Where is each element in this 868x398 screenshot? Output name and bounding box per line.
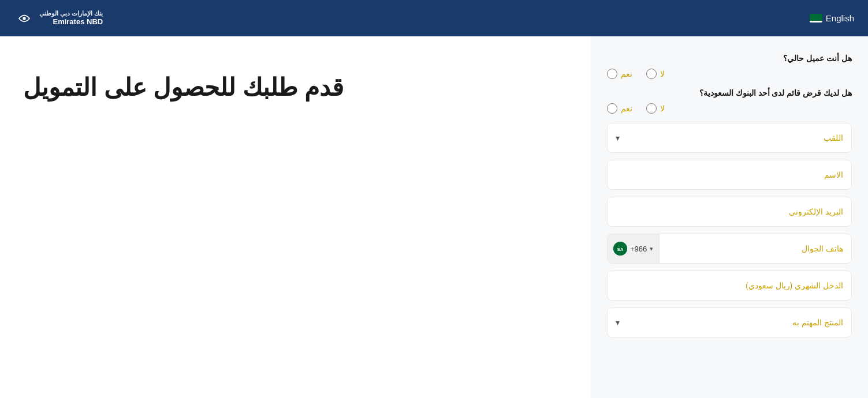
product-dropdown[interactable]: المنتج المهتم به ▾ (607, 307, 852, 337)
product-chevron-icon: ▾ (616, 318, 620, 327)
question2-yes-option[interactable]: نعم (607, 103, 632, 114)
question2-yes-radio[interactable] (607, 103, 617, 114)
question2-no-label: لا (660, 104, 665, 113)
saudi-flag-icon (810, 14, 822, 22)
phone-code-text: +966 (630, 245, 647, 253)
svg-text:SA: SA (617, 247, 623, 252)
title-chevron-icon: ▾ (616, 133, 620, 142)
phone-input-area (660, 244, 851, 253)
svg-point-1 (23, 17, 25, 20)
email-input[interactable] (616, 207, 843, 216)
logo-arabic-name: بنك الإمارات دبي الوطني (39, 9, 103, 17)
question2-no-radio[interactable] (646, 103, 657, 114)
phone-field: SA +966 ▾ (607, 234, 852, 264)
language-label: English (826, 13, 854, 23)
logo-english-name: Emirates NBD (39, 17, 103, 27)
page-title: قدم طلبك للحصول على التمويل (23, 71, 344, 105)
question2-block: هل لديك قرض قائم لدى أحد البنوك السعودية… (607, 88, 852, 114)
product-placeholder: المنتج المهتم به (620, 318, 843, 327)
navbar: English بنك الإمارات دبي الوطني Emirates… (0, 0, 868, 36)
question2-yes-label: نعم (621, 104, 632, 113)
question1-yes-radio[interactable] (607, 69, 617, 79)
question1-no-radio[interactable] (646, 69, 657, 79)
logo-area: بنك الإمارات دبي الوطني Emirates NBD (14, 8, 103, 29)
phone-code-selector[interactable]: SA +966 ▾ (608, 234, 660, 263)
question2-label: هل لديك قرض قائم لدى أحد البنوك السعودية… (607, 88, 852, 97)
title-dropdown[interactable]: اللقب ▾ (607, 123, 852, 153)
question1-yes-label: نعم (621, 69, 632, 78)
name-input[interactable] (616, 170, 843, 179)
phone-input[interactable] (668, 244, 843, 253)
logo-text: بنك الإمارات دبي الوطني Emirates NBD (39, 9, 103, 27)
right-panel: قدم طلبك للحصول على التمويل (0, 36, 591, 398)
phone-flag-icon: SA (613, 242, 627, 256)
question1-no-label: لا (660, 69, 665, 78)
question1-block: هل أنت عميل حالي؟ لا نعم (607, 54, 852, 79)
question1-no-option[interactable]: لا (646, 69, 665, 79)
phone-chevron-icon: ▾ (650, 245, 653, 253)
navbar-left: English (810, 13, 854, 23)
email-field (607, 197, 852, 227)
emirates-nbd-logo-icon (14, 8, 35, 29)
name-field (607, 160, 852, 190)
language-switcher[interactable]: English (810, 13, 854, 23)
title-placeholder: اللقب (620, 133, 843, 142)
question1-yes-option[interactable]: نعم (607, 69, 632, 79)
form-panel: هل أنت عميل حالي؟ لا نعم هل لديك قرض قائ… (591, 36, 868, 398)
question1-radio-group: لا نعم (607, 69, 852, 79)
question2-radio-group: لا نعم (607, 103, 852, 114)
income-input[interactable] (616, 281, 843, 290)
main-content: قدم طلبك للحصول على التمويل هل أنت عميل … (0, 36, 868, 398)
question2-no-option[interactable]: لا (646, 103, 665, 114)
income-field (607, 271, 852, 301)
question1-label: هل أنت عميل حالي؟ (607, 54, 852, 63)
